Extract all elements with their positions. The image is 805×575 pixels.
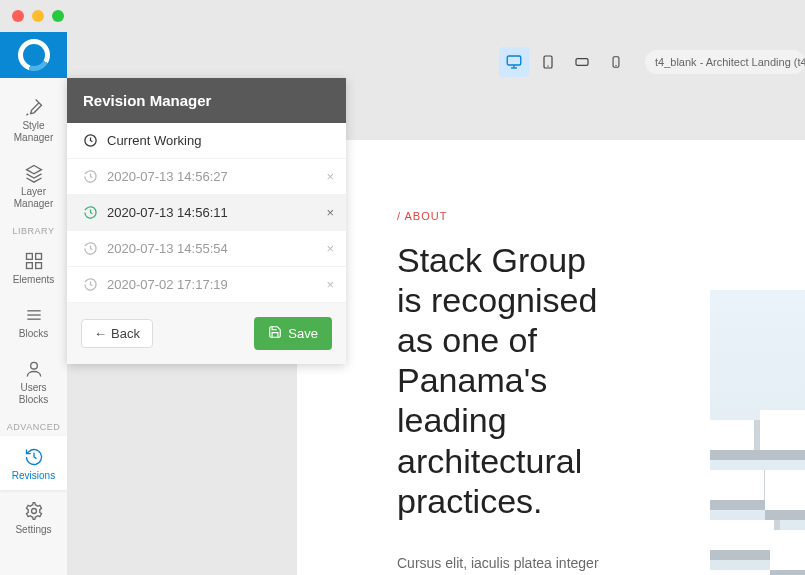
clock-icon <box>81 133 99 148</box>
gear-icon <box>24 500 44 522</box>
svg-rect-3 <box>35 263 41 269</box>
history-icon <box>81 169 99 184</box>
page-body: Cursus elit, iaculis platea integer nisl… <box>397 551 617 575</box>
back-label: Back <box>111 326 140 341</box>
hero-image <box>710 290 805 575</box>
sidebar-style-manager[interactable]: StyleManager <box>0 86 67 152</box>
revision-manager-panel: Revision Manager Current Working 2020-07… <box>67 78 346 364</box>
close-icon[interactable] <box>12 10 24 22</box>
revision-label: 2020-07-13 14:56:11 <box>107 205 228 220</box>
svg-rect-2 <box>26 263 32 269</box>
device-tablet-landscape[interactable] <box>567 47 597 77</box>
history-icon <box>24 446 44 468</box>
svg-point-7 <box>30 362 37 369</box>
sidebar-layer-manager[interactable]: LayerManager <box>0 152 67 218</box>
sidebar-item-label: StyleManager <box>14 120 53 144</box>
page-name-label[interactable]: t4_blank - Architect Landing (t4_ <box>645 50 805 74</box>
page-headline: Stack Group is recognised as one of Pana… <box>397 240 617 521</box>
grid-icon <box>24 250 44 272</box>
svg-rect-14 <box>576 59 588 66</box>
revision-item[interactable]: 2020-07-13 14:55:54 × <box>67 231 346 267</box>
device-tablet[interactable] <box>533 47 563 77</box>
revision-label: 2020-07-13 14:56:27 <box>107 169 228 184</box>
revision-item[interactable]: 2020-07-13 14:56:11 × <box>67 195 346 231</box>
svg-rect-1 <box>35 254 41 260</box>
revision-label: Current Working <box>107 133 201 148</box>
sidebar-item-label: UsersBlocks <box>19 382 48 406</box>
app-logo[interactable] <box>0 32 67 78</box>
revision-item[interactable]: 2020-07-13 14:56:27 × <box>67 159 346 195</box>
sidebar-section-library: LIBRARY <box>13 218 55 240</box>
sidebar-elements[interactable]: Elements <box>0 240 67 294</box>
device-mobile[interactable] <box>601 47 631 77</box>
svg-rect-0 <box>26 254 32 260</box>
arrow-left-icon: ← <box>94 326 107 341</box>
delete-revision-icon[interactable]: × <box>326 205 334 220</box>
delete-revision-icon[interactable]: × <box>326 169 334 184</box>
sidebar-item-label: Blocks <box>19 328 48 340</box>
revision-current[interactable]: Current Working <box>67 123 346 159</box>
brush-icon <box>24 96 44 118</box>
history-icon <box>81 241 99 256</box>
list-icon <box>24 304 44 326</box>
sidebar-revisions[interactable]: Revisions <box>0 436 67 490</box>
save-icon <box>268 325 282 342</box>
eyebrow-text: / ABOUT <box>397 210 617 222</box>
sidebar-item-label: Elements <box>13 274 55 286</box>
device-desktop[interactable] <box>499 47 529 77</box>
svg-rect-9 <box>507 56 521 65</box>
revision-label: 2020-07-13 14:55:54 <box>107 241 228 256</box>
sidebar-item-label: LayerManager <box>14 186 53 210</box>
layers-icon <box>24 162 44 184</box>
sidebar-blocks[interactable]: Blocks <box>0 294 67 348</box>
revision-label: 2020-07-02 17:17:19 <box>107 277 228 292</box>
user-icon <box>24 358 44 380</box>
sidebar-section-advanced: ADVANCED <box>7 414 60 436</box>
history-icon <box>81 277 99 292</box>
sidebar-users-blocks[interactable]: UsersBlocks <box>0 348 67 414</box>
save-button[interactable]: Save <box>254 317 332 350</box>
device-bar: t4_blank - Architect Landing (t4_ <box>499 42 805 82</box>
sidebar-settings[interactable]: Settings <box>0 490 67 544</box>
save-label: Save <box>288 326 318 341</box>
delete-revision-icon[interactable]: × <box>326 277 334 292</box>
panel-title: Revision Manager <box>67 78 346 123</box>
minimize-icon[interactable] <box>32 10 44 22</box>
left-sidebar: StyleManager LayerManager LIBRARY Elemen… <box>0 78 67 575</box>
sidebar-item-label: Settings <box>15 524 51 536</box>
svg-point-8 <box>31 509 36 514</box>
delete-revision-icon[interactable]: × <box>326 241 334 256</box>
history-current-icon <box>81 205 99 220</box>
revision-item[interactable]: 2020-07-02 17:17:19 × <box>67 267 346 303</box>
sidebar-item-label: Revisions <box>12 470 55 482</box>
maximize-icon[interactable] <box>52 10 64 22</box>
back-button[interactable]: ← Back <box>81 319 153 348</box>
